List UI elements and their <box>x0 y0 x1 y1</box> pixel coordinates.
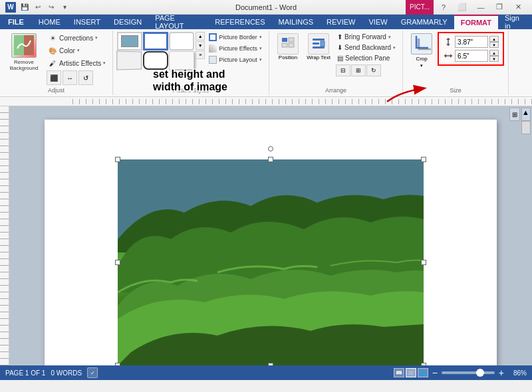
status-right: 📖 □ 🌐 − + 86% <box>394 367 527 378</box>
handle-bot-left[interactable] <box>115 363 120 365</box>
page-count: PAGE 1 OF 1 <box>5 369 45 377</box>
bring-forward-btn[interactable]: ⬆ Bring Forward ▾ <box>334 32 398 42</box>
svg-rect-2 <box>282 38 287 42</box>
styles-content: ▲ ▼ ≡ Picture Border ▾ Picture Effects ▾ <box>117 32 265 86</box>
scroll-up-arrow[interactable]: ▲ <box>521 108 531 121</box>
close-btn[interactable]: ✕ <box>509 1 527 13</box>
color-btn[interactable]: 🎨 Color ▾ <box>45 45 108 56</box>
signin-btn[interactable]: Sign in <box>498 13 532 31</box>
scroll-up-btn[interactable]: ▲ <box>196 32 205 41</box>
grammarly-menu[interactable]: GRAMMARLY <box>394 15 454 29</box>
width-spinner: ▲ ▼ <box>489 50 499 62</box>
picture-layout-btn[interactable]: Picture Layout ▾ <box>206 54 265 65</box>
read-mode-btn[interactable]: 📖 <box>394 368 404 377</box>
size-label: Size <box>450 86 462 94</box>
file-menu[interactable]: FILE <box>0 15 32 29</box>
arrange-content: Position Wrap Text ⬆ Bring Forward <box>273 32 398 86</box>
ribbon-container: RemoveBackground ☀ Corrections ▾ 🎨 Color… <box>0 29 532 97</box>
selection-pane-btn[interactable]: ▤ Selection Pane <box>334 53 398 63</box>
print-layout-btn[interactable]: □ <box>406 368 416 377</box>
layout-options-btn[interactable]: ⊞ <box>509 108 520 121</box>
position-btn[interactable]: Position <box>273 32 303 73</box>
picture-styles-group: ▲ ▼ ≡ Picture Border ▾ Picture Effects ▾ <box>113 31 269 95</box>
style-item-4[interactable] <box>116 50 142 70</box>
style-item-2[interactable] <box>143 32 168 50</box>
mailings-menu[interactable]: MAILINGS <box>272 15 321 29</box>
align-btn[interactable]: ⊟ <box>336 64 350 76</box>
handle-top-mid[interactable] <box>268 157 273 162</box>
handle-bot-mid[interactable] <box>268 363 273 365</box>
arrange-group: Position Wrap Text ⬆ Bring Forward <box>269 31 403 95</box>
width-input[interactable]: 6.5" <box>455 50 488 62</box>
more-quick-btn[interactable]: ▾ <box>59 1 70 13</box>
zoom-slider[interactable] <box>442 371 495 374</box>
picture-effects-btn[interactable]: Picture Effects ▾ <box>206 43 265 54</box>
home-menu[interactable]: HOME <box>32 15 67 29</box>
view-menu[interactable]: VIEW <box>362 15 394 29</box>
document-page <box>45 120 497 365</box>
format-menu[interactable]: FORMAT <box>454 15 498 29</box>
design-menu[interactable]: DESIGN <box>107 15 148 29</box>
pagelayout-menu[interactable]: PAGE LAYOUT <box>148 15 208 29</box>
wrap-text-btn[interactable]: Wrap Text <box>304 32 333 73</box>
quick-access-toolbar: 💾 ↩ ↪ ▾ <box>19 1 70 13</box>
handle-top-right[interactable] <box>421 157 426 162</box>
corrections-btn[interactable]: ☀ Corrections ▾ <box>45 32 108 44</box>
insert-menu[interactable]: INSERT <box>67 15 107 29</box>
send-backward-btn[interactable]: ⬇ Send Backward ▾ <box>334 43 398 52</box>
height-input[interactable]: 3.87" <box>455 36 488 48</box>
help-btn[interactable]: ? <box>435 1 452 13</box>
artistic-effects-btn[interactable]: 🖌 Artistic Effects ▾ <box>45 57 108 69</box>
crop-btn[interactable]: Crop ▾ <box>407 32 436 73</box>
crop-size-content: Crop ▾ 3.87" ▲ ▼ <box>407 32 504 86</box>
zoom-minus-btn[interactable]: − <box>432 367 438 378</box>
proofing-btn[interactable]: ✓ <box>87 367 98 378</box>
web-layout-btn[interactable]: 🌐 <box>418 368 428 377</box>
change-picture-btn[interactable]: ↔ <box>63 70 77 85</box>
scroll-thumb[interactable] <box>521 121 531 134</box>
handle-bot-right[interactable] <box>421 363 426 365</box>
landscape-image[interactable] <box>118 159 424 365</box>
style-item-3[interactable] <box>169 32 194 50</box>
save-quick-btn[interactable]: 💾 <box>19 1 31 13</box>
compress-btn[interactable]: ⬛ <box>47 70 61 85</box>
height-up-btn[interactable]: ▲ <box>489 36 499 42</box>
horizontal-ruler <box>0 97 532 106</box>
handle-mid-right[interactable] <box>421 260 426 265</box>
review-menu[interactable]: REVIEW <box>320 15 362 29</box>
restore-btn[interactable]: ❐ <box>491 1 508 13</box>
style-item-6[interactable] <box>169 51 194 70</box>
style-item-5[interactable] <box>143 51 168 70</box>
width-row: 6.5" ▲ ▼ <box>443 50 499 62</box>
handle-mid-left[interactable] <box>115 260 120 265</box>
adjust-content: RemoveBackground ☀ Corrections ▾ 🎨 Color… <box>4 32 108 86</box>
svg-rect-3 <box>289 38 294 42</box>
undo-quick-btn[interactable]: ↩ <box>32 1 44 13</box>
width-down-btn[interactable]: ▼ <box>489 56 499 62</box>
picture-border-btn[interactable]: Picture Border ▾ <box>206 32 265 43</box>
svg-rect-8 <box>321 41 325 47</box>
group-btn[interactable]: ⊞ <box>351 64 366 76</box>
effects-icon <box>209 45 217 52</box>
scroll-down-btn[interactable]: ▼ <box>196 41 205 50</box>
scroll-more-btn[interactable]: ≡ <box>196 50 205 59</box>
ribbon-toggle-btn[interactable]: ⬜ <box>454 1 471 13</box>
zoom-thumb[interactable] <box>476 369 484 377</box>
redo-quick-btn[interactable]: ↪ <box>45 1 57 13</box>
reset-picture-btn[interactable]: ↺ <box>78 70 93 85</box>
remove-background-btn[interactable]: RemoveBackground <box>4 32 44 73</box>
handle-top-left[interactable] <box>115 157 120 162</box>
image-container[interactable] <box>118 159 424 365</box>
doc-scroll-area[interactable]: ▲ ⊞ <box>9 106 532 365</box>
styles-label: Picture Styles <box>173 86 209 94</box>
zoom-level[interactable]: 86% <box>508 369 527 377</box>
width-up-btn[interactable]: ▲ <box>489 50 499 56</box>
style-item-1[interactable] <box>117 32 142 50</box>
rotate-handle[interactable] <box>268 146 273 151</box>
references-menu[interactable]: REFERENCES <box>208 15 271 29</box>
zoom-plus-btn[interactable]: + <box>499 367 504 378</box>
rotate-btn[interactable]: ↻ <box>366 64 381 76</box>
minimize-btn[interactable]: — <box>472 1 489 13</box>
height-down-btn[interactable]: ▼ <box>489 42 499 48</box>
style-row-2 <box>117 51 194 70</box>
